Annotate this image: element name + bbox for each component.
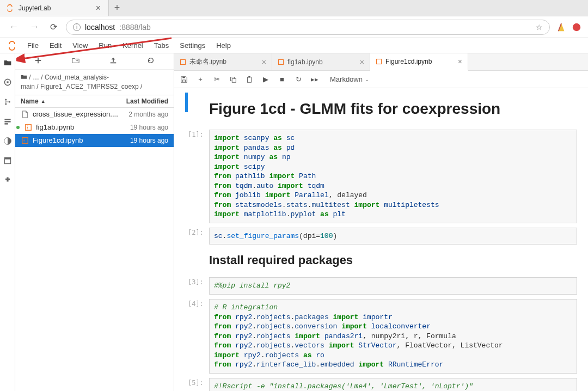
url-bar[interactable]: i localhost:8888/lab ☆ (66, 20, 550, 35)
tab-close-icon[interactable]: × (94, 3, 103, 13)
file-toolbar (15, 53, 174, 70)
code-cell[interactable]: [4]: # R integration from rpy2.robjects.… (174, 297, 588, 376)
save-icon[interactable] (180, 75, 188, 84)
paste-icon[interactable] (245, 75, 254, 84)
copy-icon[interactable] (229, 75, 237, 84)
menu-settings[interactable]: Settings (174, 39, 211, 52)
tab-label: fig1ab.ipynb (287, 58, 323, 66)
code-input[interactable]: # R integration from rpy2.robjects.packa… (209, 299, 577, 374)
tab-title: JupyterLab (19, 4, 94, 12)
tab-close-icon[interactable]: × (458, 57, 462, 66)
menu-help[interactable]: Help (211, 39, 236, 52)
extension-icon[interactable] (572, 22, 581, 32)
inspector-icon[interactable] (3, 136, 13, 146)
menubar: File Edit View Run Kernel Tabs Settings … (0, 38, 588, 53)
breadcrumb[interactable]: / … / Covid_meta_analysis- main / Figure… (15, 70, 174, 95)
activity-rail (0, 53, 15, 391)
new-launcher-icon[interactable] (30, 54, 46, 68)
cell-prompt: [4]: (174, 299, 209, 374)
file-row[interactable]: cross_tissue_expression....2 months ago (15, 108, 174, 121)
header-modified[interactable]: Last Modified (126, 97, 168, 105)
notebook-body[interactable]: Figure 1cd - GLMM fits for coexpression … (174, 88, 588, 391)
code-input[interactable]: import scanpy as sc import pandas as pd … (209, 130, 577, 223)
document-tab[interactable]: fig1ab.ipynb× (272, 53, 370, 70)
svg-rect-17 (181, 59, 186, 64)
svg-rect-16 (22, 137, 28, 143)
menu-edit[interactable]: Edit (44, 39, 67, 52)
restart-icon[interactable]: ↻ (294, 75, 303, 84)
running-dot (16, 126, 20, 129)
markdown-cell[interactable]: Install required packages (174, 247, 588, 275)
code-cell[interactable]: [3]: #%pip install rpy2 (174, 275, 588, 297)
extensions-icon[interactable] (3, 175, 13, 185)
url-host: localhost (85, 23, 115, 32)
git-icon[interactable] (3, 97, 13, 107)
code-input[interactable]: #%pip install rpy2 (209, 277, 577, 295)
extension-icon[interactable] (556, 22, 566, 32)
upload-icon[interactable] (105, 54, 121, 68)
markdown-cell[interactable]: Figure 1cd - GLMM fits for coexpression (174, 95, 588, 127)
file-list: cross_tissue_expression....2 months agof… (15, 108, 174, 147)
svg-rect-8 (4, 123, 8, 124)
menu-file[interactable]: File (22, 39, 44, 52)
browser-tab[interactable]: JupyterLab × (0, 0, 109, 16)
svg-rect-13 (35, 60, 41, 61)
add-cell-icon[interactable]: + (196, 75, 205, 84)
heading: Figure 1cd - GLMM fits for coexpression (209, 100, 577, 118)
menu-run[interactable]: Run (93, 39, 117, 52)
back-button[interactable]: ← (7, 19, 21, 35)
file-modified: 2 months ago (128, 111, 168, 118)
code-cell[interactable]: [1]: import scanpy as sc import pandas a… (174, 127, 588, 225)
commands-icon[interactable] (3, 117, 13, 126)
menu-tabs[interactable]: Tabs (149, 39, 174, 52)
stop-icon[interactable]: ■ (278, 75, 286, 84)
tab-manager-icon[interactable] (3, 156, 13, 166)
code-cell[interactable]: [5]: #!Rscript -e "install.packages('Lme… (174, 376, 588, 391)
tab-close-icon[interactable]: × (262, 58, 266, 66)
code-input[interactable]: sc.set_figure_params(dpi=100) (209, 228, 577, 245)
svg-rect-7 (4, 121, 10, 122)
code-cell[interactable]: [2]: sc.set_figure_params(dpi=100) (174, 225, 588, 247)
menu-view[interactable]: View (67, 39, 93, 52)
filebrowser-icon[interactable] (3, 58, 13, 68)
document-tab[interactable]: Figure1cd.ipynb× (370, 53, 468, 71)
file-name: cross_tissue_expression.... (33, 110, 118, 118)
svg-rect-14 (111, 63, 117, 64)
file-row[interactable]: Figure1cd.ipynb19 hours ago (15, 134, 174, 147)
file-row[interactable]: fig1ab.ipynb19 hours ago (15, 121, 174, 134)
new-tab-button[interactable]: + (109, 0, 125, 16)
run-all-icon[interactable]: ▸▸ (310, 75, 319, 84)
file-icon (21, 110, 29, 119)
tab-close-icon[interactable]: × (360, 58, 364, 66)
file-modified: 19 hours ago (130, 124, 168, 131)
file-browser: / … / Covid_meta_analysis- main / Figure… (15, 53, 174, 391)
cut-icon[interactable]: ✂ (212, 75, 221, 84)
reload-button[interactable]: ⟳ (48, 20, 59, 34)
run-icon[interactable]: ▶ (261, 75, 270, 84)
svg-rect-25 (248, 76, 250, 77)
svg-rect-11 (4, 157, 10, 159)
cell-prompt: [3]: (174, 277, 209, 295)
header-name[interactable]: Name ▲ (21, 97, 126, 105)
browser-toolbar: ← → ⟳ i localhost:8888/lab ☆ (0, 16, 588, 38)
svg-rect-18 (279, 59, 284, 64)
jupyter-logo[interactable] (7, 40, 17, 51)
forward-button[interactable]: → (27, 19, 41, 35)
jupyter-app: File Edit View Run Kernel Tabs Settings … (0, 38, 588, 391)
menu-kernel[interactable]: Kernel (117, 39, 149, 52)
celltype-select[interactable]: Markdown ⌄ (327, 74, 372, 84)
svg-rect-23 (232, 78, 236, 82)
site-info-icon[interactable]: i (73, 23, 81, 31)
code-input[interactable]: #!Rscript -e "install.packages('Lme4', '… (209, 378, 577, 391)
heading: Install required packages (209, 253, 577, 267)
svg-point-0 (573, 23, 580, 30)
bookmark-icon[interactable]: ☆ (536, 23, 543, 32)
svg-rect-19 (377, 59, 382, 64)
tab-label: 未命名.ipynb (189, 57, 226, 66)
new-folder-icon[interactable] (68, 54, 84, 68)
refresh-icon[interactable] (143, 54, 159, 68)
document-tab[interactable]: 未命名.ipynb× (174, 53, 272, 70)
notebook-icon (21, 136, 29, 145)
running-icon[interactable] (3, 77, 13, 87)
svg-point-5 (8, 101, 10, 102)
